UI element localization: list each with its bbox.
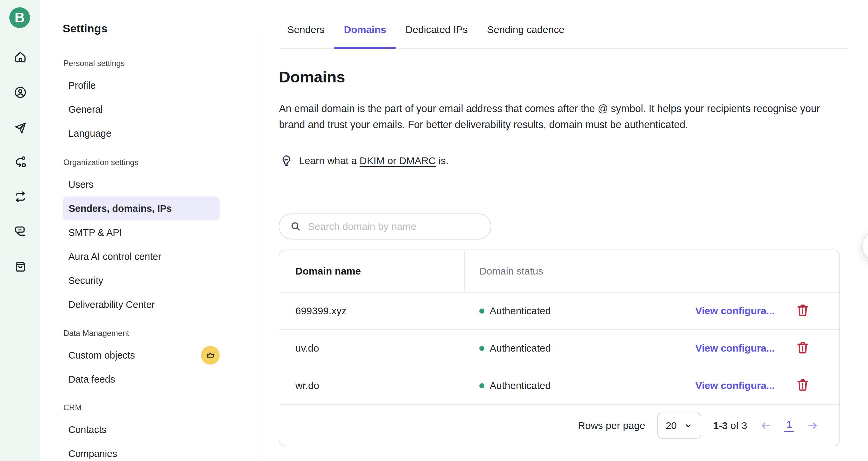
home-icon[interactable] <box>13 50 27 64</box>
pagination-range: 1-3 of 3 <box>713 420 747 431</box>
collapse-panel-button[interactable] <box>862 231 868 261</box>
rows-per-page-label: Rows per page <box>578 420 645 431</box>
tab-bar: Senders Domains Dedicated IPs Sending ca… <box>287 19 564 49</box>
status-dot-icon <box>479 383 484 388</box>
sidebar-item-senders-domains-ips[interactable]: Senders, domains, IPs <box>63 197 220 221</box>
sidebar-item-companies[interactable]: Companies <box>40 442 258 461</box>
automation-icon[interactable] <box>13 155 27 169</box>
sidebar-item-deliverability-center[interactable]: Deliverability Center <box>40 292 258 317</box>
sidebar-item-data-feeds[interactable]: Data feeds <box>40 367 258 391</box>
transactional-icon[interactable] <box>13 190 27 204</box>
column-header-domain-status: Domain status <box>464 265 669 277</box>
next-page-arrow-icon[interactable] <box>806 419 819 432</box>
domain-name: 699399.xyz <box>279 305 464 317</box>
domain-status: Authenticated <box>464 380 669 391</box>
settings-sidebar: Settings Personal settings Profile Gener… <box>40 0 258 461</box>
dkim-dmarc-link[interactable]: DKIM or DMARC <box>360 155 436 166</box>
status-dot-icon <box>479 346 484 351</box>
premium-crown-icon <box>201 346 220 365</box>
domain-name: uv.do <box>279 343 464 354</box>
lightbulb-icon <box>280 154 293 168</box>
table-row: 699399.xyz Authenticated View configura.… <box>279 292 839 330</box>
section-label-organization-settings: Organization settings <box>40 152 258 172</box>
tip-row: Learn what a DKIM or DMARC is. <box>280 154 448 168</box>
table-header: Domain name Domain status <box>279 250 839 292</box>
conversations-icon[interactable] <box>13 224 27 238</box>
domain-search <box>279 213 491 239</box>
section-label-crm: CRM <box>40 398 258 417</box>
status-dot-icon <box>479 309 484 314</box>
domains-table: Domain name Domain status 699399.xyz Aut… <box>279 250 840 446</box>
page-description: An email domain is the part of your emai… <box>279 100 826 133</box>
table-row: wr.do Authenticated View configura... <box>279 367 839 405</box>
sidebar-item-profile[interactable]: Profile <box>40 74 258 97</box>
sidebar-item-users[interactable]: Users <box>40 172 258 197</box>
rows-per-page-select[interactable]: 20 <box>657 413 701 439</box>
delete-domain-button[interactable] <box>795 340 810 355</box>
sidebar-item-label: Custom objects <box>68 350 135 361</box>
column-divider <box>464 250 465 292</box>
sidebar-title: Settings <box>40 17 258 39</box>
sidebar-item-smtp-api[interactable]: SMTP & API <box>40 221 258 244</box>
view-configuration-link[interactable]: View configura... <box>695 343 775 353</box>
contacts-icon[interactable] <box>13 85 27 99</box>
tip-text: Learn what a DKIM or DMARC is. <box>299 155 448 167</box>
sidebar-item-contacts[interactable]: Contacts <box>40 417 258 442</box>
page-title: Domains <box>279 68 345 86</box>
brevo-logo[interactable]: B <box>9 7 30 28</box>
domain-status: Authenticated <box>464 343 669 354</box>
page-number[interactable]: 1 <box>784 419 794 432</box>
sidebar-item-custom-objects[interactable]: Custom objects <box>40 343 258 367</box>
section-label-data-management: Data Management <box>40 323 258 343</box>
previous-page-arrow-icon[interactable] <box>759 419 772 432</box>
sidebar-item-aura-ai-control-center[interactable]: Aura AI control center <box>40 244 258 268</box>
tab-senders[interactable]: Senders <box>287 19 325 49</box>
search-input[interactable] <box>308 221 468 232</box>
domain-name: wr.do <box>279 380 464 391</box>
campaigns-send-icon[interactable] <box>13 121 27 135</box>
chevron-down-icon <box>684 421 693 430</box>
table-footer: Rows per page 20 1-3 of 3 1 <box>279 405 839 445</box>
delete-domain-button[interactable] <box>795 302 810 318</box>
section-label-personal-settings: Personal settings <box>40 53 258 74</box>
column-header-domain-name: Domain name <box>279 265 464 277</box>
domain-status: Authenticated <box>464 305 669 317</box>
sidebar-item-general[interactable]: General <box>40 97 258 121</box>
view-configuration-link[interactable]: View configura... <box>695 380 775 391</box>
tab-dedicated-ips[interactable]: Dedicated IPs <box>405 19 468 49</box>
tab-domains[interactable]: Domains <box>344 19 386 49</box>
sidebar-item-language[interactable]: Language <box>40 121 258 145</box>
tab-sending-cadence[interactable]: Sending cadence <box>487 19 564 49</box>
view-configuration-link[interactable]: View configura... <box>695 305 775 316</box>
ecommerce-icon[interactable] <box>13 260 27 273</box>
sidebar-item-security[interactable]: Security <box>40 268 258 292</box>
search-icon <box>290 221 301 232</box>
table-row: uv.do Authenticated View configura... <box>279 330 839 367</box>
app-rail: B <box>0 0 40 461</box>
delete-domain-button[interactable] <box>795 377 810 393</box>
